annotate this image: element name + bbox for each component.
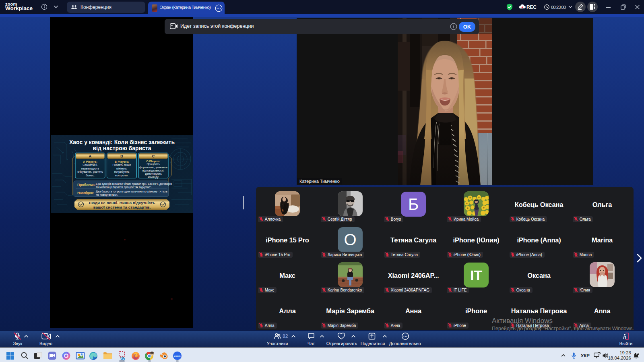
svg-text:демотивують: демотивують [145, 172, 162, 176]
svg-text:Два бариста готують один капуч: Два бариста готують один капучино по-різ… [96, 190, 167, 193]
svg-text:перевищують: перевищують [81, 167, 99, 170]
svg-text:мінімум,: мінімум, [116, 167, 127, 170]
svg-text:контролю.: контролю. [115, 174, 128, 177]
svg-text:C: C [152, 154, 155, 158]
svg-text:від настрою бариста: від настрою бариста [93, 145, 151, 151]
svg-text:Наслідок:: Наслідок: [77, 191, 94, 195]
svg-text:та мотивації бариста працює "я: та мотивації бариста працює "як відчуває… [96, 186, 152, 189]
svg-text:A: A [89, 154, 92, 158]
svg-text:формально, уникають: формально, уникають [139, 166, 167, 169]
svg-text:B-Players:: B-Players: [115, 160, 129, 163]
svg-text:Проблема:: Проблема: [77, 183, 96, 187]
svg-text:A-Players:: A-Players: [83, 160, 97, 163]
svg-text:потребують: потребують [114, 170, 130, 174]
svg-text:вашої системи та стандартів.: вашої системи та стандартів. [93, 205, 151, 209]
svg-text:zoom: zoom [174, 355, 181, 357]
svg-text:C-Players:: C-Players: [146, 159, 161, 163]
svg-text:бізнес.: бізнес. [86, 174, 95, 177]
svg-text:Самостійні,: Самостійні, [83, 163, 97, 166]
svg-text:Працюють: Працюють [147, 163, 160, 166]
svg-text:Хаос у команді: Коли бізнес за: Хаос у команді: Коли бізнес залежить [69, 139, 175, 145]
svg-text:команду.: команду. [148, 176, 159, 179]
svg-text:Ера зумерів вимагає чітких пра: Ера зумерів вимагає чітких правил гри. Б… [96, 182, 172, 186]
svg-text:B: B [120, 154, 123, 158]
svg-text:не повертається.: не повертається. [96, 193, 118, 197]
svg-text:очікування, ростять: очікування, ростять [77, 170, 103, 174]
svg-text:відповідальності,: відповідальності, [142, 169, 164, 172]
svg-text:Люди не винні. Винна відсутніс: Люди не винні. Винна відсутність [89, 201, 155, 205]
svg-text:Роблять лише: Роблять лише [112, 163, 131, 166]
